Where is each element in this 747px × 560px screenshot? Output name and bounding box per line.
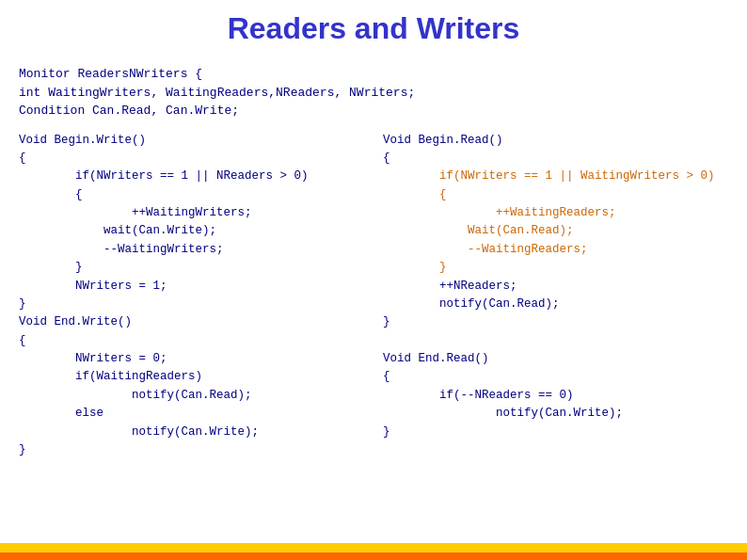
left-code-line-17: notify(Can.Write); <box>19 424 364 441</box>
left-code-line-16: else <box>19 405 364 423</box>
left-code-line-3: if(NWriters == 1 || NReaders > 0) <box>19 168 364 185</box>
page-title: Readers and Writers <box>228 11 520 45</box>
monitor-header: Monitor ReadersNWriters { int WaitingWri… <box>19 65 728 120</box>
left-code-column: Void Begin.Write() { if(NWriters == 1 ||… <box>19 132 364 460</box>
code-columns: Void Begin.Write() { if(NWriters == 1 ||… <box>19 132 728 460</box>
left-code-line-8: } <box>19 259 364 277</box>
left-code-line-6: wait(Can.Write); <box>19 222 364 240</box>
left-code-line-1: Void Begin.Write() <box>19 132 364 150</box>
monitor-line-2: int WaitingWriters, WaitingReaders,NRead… <box>19 84 728 103</box>
right-code-line-12 <box>383 332 728 350</box>
right-code-line-11: } <box>383 313 728 331</box>
left-code-line-7: --WaitingWriters; <box>19 241 364 259</box>
right-code-line-9: ++NReaders; <box>383 278 728 296</box>
right-code-line-10: notify(Can.Read); <box>383 296 728 313</box>
right-code-line-5: ++WaitingReaders; <box>383 204 728 222</box>
right-code-line-6: Wait(Can.Read); <box>383 222 728 240</box>
right-code-line-17: } <box>383 424 728 441</box>
left-code-line-5: ++WaitingWriters; <box>19 204 364 222</box>
right-code-line-1: Void Begin.Read() <box>383 132 728 150</box>
left-code-line-4: { <box>19 186 364 204</box>
left-code-line-9: NWriters = 1; <box>19 278 364 296</box>
left-code-line-18: } <box>19 441 364 459</box>
bottom-bar <box>0 543 747 560</box>
monitor-line-3: Condition Can.Read, Can.Write; <box>19 102 728 120</box>
right-code-line-7: --WaitingReaders; <box>383 241 728 259</box>
bottom-bar-accent <box>0 552 747 560</box>
left-code-line-12: { <box>19 332 364 350</box>
monitor-line-1: Monitor ReadersNWriters { <box>19 65 728 84</box>
left-code-line-2: { <box>19 150 364 168</box>
right-code-line-4: { <box>383 186 728 204</box>
right-code-line-14: { <box>383 368 728 386</box>
right-code-line-15: if(--NReaders == 0) <box>383 387 728 405</box>
content-area: Monitor ReadersNWriters { int WaitingWri… <box>0 56 747 459</box>
right-code-column: Void Begin.Read() { if(NWriters == 1 || … <box>383 132 728 460</box>
title-area: Readers and Writers <box>0 0 747 56</box>
right-code-line-2: { <box>383 150 728 168</box>
right-code-line-16: notify(Can.Write); <box>383 405 728 423</box>
left-code-line-14: if(WaitingReaders) <box>19 368 364 386</box>
right-code-line-3: if(NWriters == 1 || WaitingWriters > 0) <box>383 168 728 185</box>
left-code-line-13: NWriters = 0; <box>19 350 364 368</box>
right-code-line-13: Void End.Read() <box>383 350 728 368</box>
left-code-line-15: notify(Can.Read); <box>19 387 364 405</box>
left-code-line-11: Void End.Write() <box>19 313 364 331</box>
right-code-line-8: } <box>383 259 728 277</box>
left-code-line-10: } <box>19 296 364 313</box>
